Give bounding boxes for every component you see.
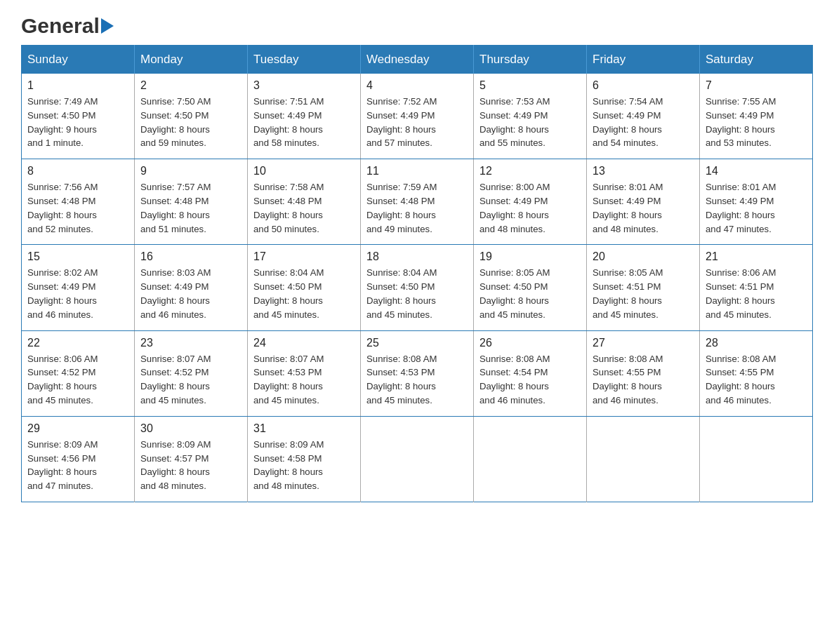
weekday-header-wednesday: Wednesday xyxy=(361,46,474,74)
calendar-cell: 5Sunrise: 7:53 AM Sunset: 4:49 PM Daylig… xyxy=(474,74,587,159)
calendar-cell: 15Sunrise: 8:02 AM Sunset: 4:49 PM Dayli… xyxy=(22,245,135,330)
calendar-cell: 19Sunrise: 8:05 AM Sunset: 4:50 PM Dayli… xyxy=(474,245,587,330)
day-info: Sunrise: 8:04 AM Sunset: 4:50 PM Dayligh… xyxy=(366,266,468,321)
calendar-cell: 6Sunrise: 7:54 AM Sunset: 4:49 PM Daylig… xyxy=(587,74,700,159)
calendar-week-row: 15Sunrise: 8:02 AM Sunset: 4:49 PM Dayli… xyxy=(22,245,813,330)
weekday-header-row: SundayMondayTuesdayWednesdayThursdayFrid… xyxy=(22,46,813,74)
calendar-cell: 18Sunrise: 8:04 AM Sunset: 4:50 PM Dayli… xyxy=(361,245,474,330)
calendar-cell xyxy=(361,416,474,502)
day-info: Sunrise: 8:05 AM Sunset: 4:51 PM Dayligh… xyxy=(593,266,694,321)
calendar-cell: 17Sunrise: 8:04 AM Sunset: 4:50 PM Dayli… xyxy=(248,245,361,330)
day-info: Sunrise: 7:55 AM Sunset: 4:49 PM Dayligh… xyxy=(706,95,807,150)
calendar-cell: 12Sunrise: 8:00 AM Sunset: 4:49 PM Dayli… xyxy=(474,159,587,245)
day-number: 24 xyxy=(253,337,355,349)
day-number: 7 xyxy=(706,79,807,92)
calendar-cell: 21Sunrise: 8:06 AM Sunset: 4:51 PM Dayli… xyxy=(700,245,813,330)
calendar-header: SundayMondayTuesdayWednesdayThursdayFrid… xyxy=(22,46,813,74)
calendar-cell: 2Sunrise: 7:50 AM Sunset: 4:50 PM Daylig… xyxy=(135,74,248,159)
day-number: 11 xyxy=(366,165,468,177)
calendar-cell: 26Sunrise: 8:08 AM Sunset: 4:54 PM Dayli… xyxy=(474,330,587,416)
calendar-cell: 22Sunrise: 8:06 AM Sunset: 4:52 PM Dayli… xyxy=(22,330,135,416)
calendar-cell: 20Sunrise: 8:05 AM Sunset: 4:51 PM Dayli… xyxy=(587,245,700,330)
day-info: Sunrise: 8:06 AM Sunset: 4:51 PM Dayligh… xyxy=(706,266,807,321)
calendar-cell: 8Sunrise: 7:56 AM Sunset: 4:48 PM Daylig… xyxy=(22,159,135,245)
calendar-cell: 25Sunrise: 8:08 AM Sunset: 4:53 PM Dayli… xyxy=(361,330,474,416)
day-number: 27 xyxy=(593,337,694,349)
day-number: 29 xyxy=(27,422,128,435)
day-info: Sunrise: 7:56 AM Sunset: 4:48 PM Dayligh… xyxy=(27,180,128,236)
calendar-cell: 24Sunrise: 8:07 AM Sunset: 4:53 PM Dayli… xyxy=(248,330,361,416)
day-number: 28 xyxy=(706,337,807,349)
day-number: 15 xyxy=(27,250,128,263)
calendar-cell: 1Sunrise: 7:49 AM Sunset: 4:50 PM Daylig… xyxy=(22,74,135,159)
day-number: 17 xyxy=(253,250,355,263)
calendar-cell: 31Sunrise: 8:09 AM Sunset: 4:58 PM Dayli… xyxy=(248,416,361,502)
day-number: 22 xyxy=(27,337,128,349)
weekday-header-monday: Monday xyxy=(135,46,248,74)
day-number: 19 xyxy=(479,250,581,263)
day-info: Sunrise: 7:54 AM Sunset: 4:49 PM Dayligh… xyxy=(593,95,694,150)
calendar-cell: 28Sunrise: 8:08 AM Sunset: 4:55 PM Dayli… xyxy=(700,330,813,416)
day-info: Sunrise: 8:09 AM Sunset: 4:56 PM Dayligh… xyxy=(27,438,128,493)
day-info: Sunrise: 8:01 AM Sunset: 4:49 PM Dayligh… xyxy=(593,180,694,236)
day-number: 9 xyxy=(140,165,241,177)
day-info: Sunrise: 8:04 AM Sunset: 4:50 PM Dayligh… xyxy=(253,266,355,321)
day-info: Sunrise: 8:08 AM Sunset: 4:55 PM Dayligh… xyxy=(706,352,807,408)
calendar-cell: 10Sunrise: 7:58 AM Sunset: 4:48 PM Dayli… xyxy=(248,159,361,245)
calendar-week-row: 29Sunrise: 8:09 AM Sunset: 4:56 PM Dayli… xyxy=(22,416,813,502)
calendar-cell: 4Sunrise: 7:52 AM Sunset: 4:49 PM Daylig… xyxy=(361,74,474,159)
logo: General xyxy=(21,14,115,34)
day-number: 31 xyxy=(253,422,355,435)
day-info: Sunrise: 7:59 AM Sunset: 4:48 PM Dayligh… xyxy=(366,180,468,236)
calendar-body: 1Sunrise: 7:49 AM Sunset: 4:50 PM Daylig… xyxy=(22,74,813,502)
page-header: General xyxy=(21,14,813,34)
weekday-header-friday: Friday xyxy=(587,46,700,74)
day-number: 16 xyxy=(140,250,241,263)
calendar-cell: 23Sunrise: 8:07 AM Sunset: 4:52 PM Dayli… xyxy=(135,330,248,416)
calendar-cell: 11Sunrise: 7:59 AM Sunset: 4:48 PM Dayli… xyxy=(361,159,474,245)
day-info: Sunrise: 8:06 AM Sunset: 4:52 PM Dayligh… xyxy=(27,352,128,408)
day-number: 12 xyxy=(479,165,581,177)
day-number: 1 xyxy=(27,79,128,92)
calendar-cell: 29Sunrise: 8:09 AM Sunset: 4:56 PM Dayli… xyxy=(22,416,135,502)
day-info: Sunrise: 8:08 AM Sunset: 4:54 PM Dayligh… xyxy=(479,352,581,408)
day-info: Sunrise: 7:51 AM Sunset: 4:49 PM Dayligh… xyxy=(253,95,355,150)
calendar-cell: 14Sunrise: 8:01 AM Sunset: 4:49 PM Dayli… xyxy=(700,159,813,245)
calendar-table: SundayMondayTuesdayWednesdayThursdayFrid… xyxy=(21,45,813,502)
day-info: Sunrise: 7:57 AM Sunset: 4:48 PM Dayligh… xyxy=(140,180,241,236)
day-info: Sunrise: 7:58 AM Sunset: 4:48 PM Dayligh… xyxy=(253,180,355,236)
day-number: 14 xyxy=(706,165,807,177)
day-number: 13 xyxy=(593,165,694,177)
day-number: 21 xyxy=(706,250,807,263)
day-number: 8 xyxy=(27,165,128,177)
calendar-week-row: 22Sunrise: 8:06 AM Sunset: 4:52 PM Dayli… xyxy=(22,330,813,416)
day-number: 3 xyxy=(253,79,355,92)
calendar-cell xyxy=(474,416,587,502)
day-info: Sunrise: 7:50 AM Sunset: 4:50 PM Dayligh… xyxy=(140,95,241,150)
day-info: Sunrise: 8:09 AM Sunset: 4:58 PM Dayligh… xyxy=(253,438,355,493)
day-info: Sunrise: 8:07 AM Sunset: 4:53 PM Dayligh… xyxy=(253,352,355,408)
day-number: 23 xyxy=(140,337,241,349)
weekday-header-saturday: Saturday xyxy=(700,46,813,74)
day-info: Sunrise: 7:53 AM Sunset: 4:49 PM Dayligh… xyxy=(479,95,581,150)
day-info: Sunrise: 8:08 AM Sunset: 4:55 PM Dayligh… xyxy=(593,352,694,408)
weekday-header-thursday: Thursday xyxy=(474,46,587,74)
calendar-cell: 13Sunrise: 8:01 AM Sunset: 4:49 PM Dayli… xyxy=(587,159,700,245)
calendar-cell xyxy=(700,416,813,502)
day-number: 2 xyxy=(140,79,241,92)
logo-arrow-icon xyxy=(101,18,114,34)
day-info: Sunrise: 8:00 AM Sunset: 4:49 PM Dayligh… xyxy=(479,180,581,236)
day-info: Sunrise: 8:02 AM Sunset: 4:49 PM Dayligh… xyxy=(27,266,128,321)
day-number: 6 xyxy=(593,79,694,92)
calendar-week-row: 1Sunrise: 7:49 AM Sunset: 4:50 PM Daylig… xyxy=(22,74,813,159)
calendar-cell: 30Sunrise: 8:09 AM Sunset: 4:57 PM Dayli… xyxy=(135,416,248,502)
calendar-cell: 9Sunrise: 7:57 AM Sunset: 4:48 PM Daylig… xyxy=(135,159,248,245)
day-number: 10 xyxy=(253,165,355,177)
day-info: Sunrise: 8:05 AM Sunset: 4:50 PM Dayligh… xyxy=(479,266,581,321)
weekday-header-tuesday: Tuesday xyxy=(248,46,361,74)
calendar-cell: 7Sunrise: 7:55 AM Sunset: 4:49 PM Daylig… xyxy=(700,74,813,159)
day-info: Sunrise: 7:52 AM Sunset: 4:49 PM Dayligh… xyxy=(366,95,468,150)
day-number: 30 xyxy=(140,422,241,435)
calendar-cell: 27Sunrise: 8:08 AM Sunset: 4:55 PM Dayli… xyxy=(587,330,700,416)
day-info: Sunrise: 8:09 AM Sunset: 4:57 PM Dayligh… xyxy=(140,438,241,493)
